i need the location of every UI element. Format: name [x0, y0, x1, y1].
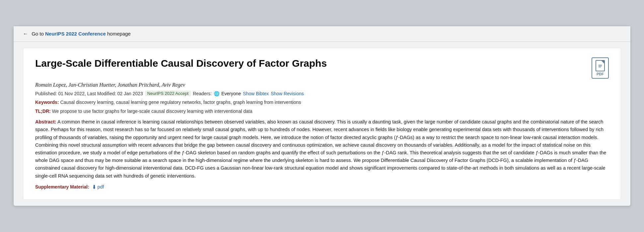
status-badge: NeurIPS 2022 Accept	[145, 91, 191, 96]
nav-prefix: Go to	[32, 31, 45, 37]
main-content: Large-Scale Differentiable Causal Discov…	[23, 48, 621, 200]
supplementary-link-text: pdf	[98, 184, 104, 190]
meta-row: Published: 01 Nov 2022, Last Modified: 0…	[35, 91, 609, 96]
supplementary-row: Supplementary Material: ⬇ pdf	[35, 184, 609, 190]
keywords-row: Keywords: Causal discovery learning, cau…	[35, 99, 609, 106]
conference-link[interactable]: NeurIPS 2022 Conference	[45, 31, 106, 37]
paper-title: Large-Scale Differentiable Causal Discov…	[35, 57, 592, 69]
page-container: ← Go to NeurIPS 2022 Conference homepage…	[13, 26, 631, 206]
keywords-content: Causal discovery learning, causal learni…	[60, 100, 301, 105]
title-row: Large-Scale Differentiable Causal Discov…	[35, 57, 609, 79]
show-bibtex-link[interactable]: Show Bibtex	[243, 91, 269, 96]
supplementary-label: Supplementary Material:	[35, 184, 89, 190]
download-icon: ⬇	[92, 184, 96, 190]
show-revisions-link[interactable]: Show Revisions	[271, 91, 304, 96]
abstract-content: A common theme in causal inference is le…	[35, 119, 606, 178]
top-nav: ← Go to NeurIPS 2022 Conference homepage	[14, 26, 630, 42]
tldr-content: We propose to use factor graphs for larg…	[52, 109, 253, 114]
tldr-row: TL;DR: We propose to use factor graphs f…	[35, 108, 609, 115]
pdf-label: PDF	[597, 72, 604, 76]
abstract-label: Abstract:	[35, 119, 56, 124]
globe-icon: 🌐	[214, 91, 219, 96]
keywords-label: Keywords:	[35, 100, 59, 105]
pdf-button[interactable]: PDF	[592, 57, 609, 79]
abstract-section: Abstract: A common theme in causal infer…	[35, 118, 609, 180]
authors: Romain Lopez, Jan-Christian Huetter, Jon…	[35, 82, 609, 88]
readers-value: Everyone	[221, 91, 241, 96]
tldr-label: TL;DR:	[35, 109, 51, 114]
nav-suffix: homepage	[107, 31, 131, 37]
back-arrow: ←	[23, 31, 28, 37]
published-date: Published: 01 Nov 2022, Last Modified: 0…	[35, 91, 143, 96]
readers-label: Readers:	[193, 91, 212, 96]
pdf-doc-icon	[596, 60, 605, 71]
supplementary-pdf-link[interactable]: ⬇ pdf	[92, 184, 104, 190]
